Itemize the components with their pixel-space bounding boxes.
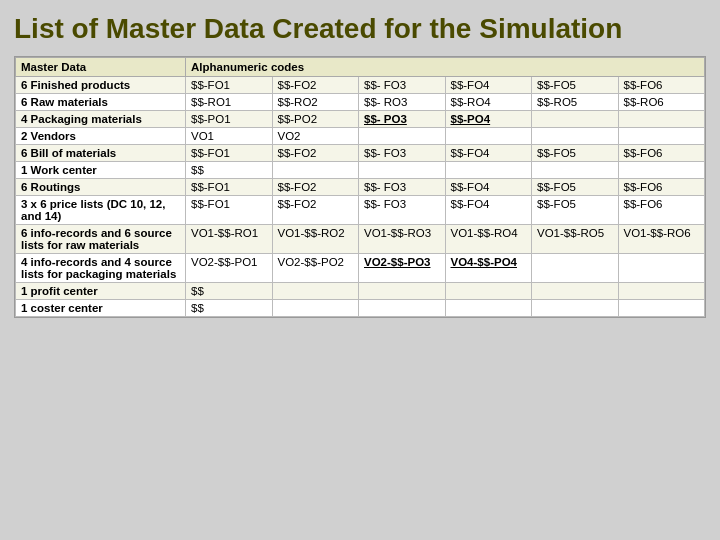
row-cell — [445, 161, 532, 178]
row-cell — [618, 282, 705, 299]
col-header-master-data: Master Data — [16, 57, 186, 76]
table-row: 6 info-records and 6 source lists for ra… — [16, 224, 705, 253]
row-cell — [445, 127, 532, 144]
master-data-table: Master Data Alphanumeric codes 6 Finishe… — [15, 57, 705, 317]
row-cell: VO1-$$-RO2 — [272, 224, 359, 253]
row-cell — [532, 282, 619, 299]
row-cell: VO2-$$-PO1 — [186, 253, 273, 282]
row-cell — [272, 282, 359, 299]
row-label: 6 Bill of materials — [16, 144, 186, 161]
row-label: 4 info-records and 4 source lists for pa… — [16, 253, 186, 282]
row-label: 2 Vendors — [16, 127, 186, 144]
row-cell: $$-RO4 — [445, 93, 532, 110]
row-cell: $$-FO2 — [272, 144, 359, 161]
row-cell: $$-PO2 — [272, 110, 359, 127]
row-cell: $$- PO3 — [359, 110, 446, 127]
row-cell: $$-FO4 — [445, 195, 532, 224]
row-cell — [618, 110, 705, 127]
row-cell: $$-FO1 — [186, 195, 273, 224]
row-cell — [532, 110, 619, 127]
table-row: 3 x 6 price lists (DC 10, 12, and 14)$$-… — [16, 195, 705, 224]
row-label: 6 Routings — [16, 178, 186, 195]
row-label: 3 x 6 price lists (DC 10, 12, and 14) — [16, 195, 186, 224]
row-cell — [532, 161, 619, 178]
row-cell: $$-FO1 — [186, 144, 273, 161]
row-cell: $$-RO6 — [618, 93, 705, 110]
row-cell — [618, 253, 705, 282]
table-row: 6 Raw materials$$-RO1$$-RO2$$- RO3$$-RO4… — [16, 93, 705, 110]
table-row: 4 info-records and 4 source lists for pa… — [16, 253, 705, 282]
row-cell: $$- FO3 — [359, 76, 446, 93]
row-cell: $$-FO5 — [532, 76, 619, 93]
row-cell — [532, 299, 619, 316]
row-cell: $$-FO1 — [186, 76, 273, 93]
table-row: 4 Packaging materials$$-PO1$$-PO2$$- PO3… — [16, 110, 705, 127]
row-label: 1 profit center — [16, 282, 186, 299]
row-cell: VO2 — [272, 127, 359, 144]
row-cell: VO1-$$-RO5 — [532, 224, 619, 253]
row-cell: VO4-$$-PO4 — [445, 253, 532, 282]
row-cell: $$-FO5 — [532, 178, 619, 195]
row-cell — [618, 127, 705, 144]
row-cell: $$- FO3 — [359, 178, 446, 195]
row-cell: $$-PO1 — [186, 110, 273, 127]
table-row: 1 Work center$$ — [16, 161, 705, 178]
row-cell: $$-RO5 — [532, 93, 619, 110]
row-cell: $$-FO4 — [445, 144, 532, 161]
row-cell: $$-FO6 — [618, 178, 705, 195]
row-label: 6 info-records and 6 source lists for ra… — [16, 224, 186, 253]
row-cell — [272, 299, 359, 316]
table-row: 1 coster center$$ — [16, 299, 705, 316]
row-cell: $$-FO2 — [272, 178, 359, 195]
row-cell: $$-FO6 — [618, 195, 705, 224]
row-cell: $$-PO4 — [445, 110, 532, 127]
row-cell: VO2-$$-PO2 — [272, 253, 359, 282]
row-cell: $$-FO4 — [445, 76, 532, 93]
row-cell: $$- RO3 — [359, 93, 446, 110]
row-cell: $$-FO5 — [532, 144, 619, 161]
row-cell: VO1-$$-RO3 — [359, 224, 446, 253]
table-row: 1 profit center$$ — [16, 282, 705, 299]
row-cell — [359, 282, 446, 299]
row-cell: $$-FO4 — [445, 178, 532, 195]
table-row: 6 Finished products$$-FO1$$-FO2$$- FO3$$… — [16, 76, 705, 93]
page: List of Master Data Created for the Simu… — [0, 0, 720, 540]
table-header: Master Data Alphanumeric codes — [16, 57, 705, 76]
row-cell: $$-FO5 — [532, 195, 619, 224]
page-title: List of Master Data Created for the Simu… — [14, 12, 706, 46]
row-cell: $$-FO2 — [272, 195, 359, 224]
row-cell: VO1-$$-RO1 — [186, 224, 273, 253]
table-body: 6 Finished products$$-FO1$$-FO2$$- FO3$$… — [16, 76, 705, 316]
row-cell: $$- FO3 — [359, 144, 446, 161]
col-header-alphanumeric: Alphanumeric codes — [186, 57, 705, 76]
master-data-table-wrapper: Master Data Alphanumeric codes 6 Finishe… — [14, 56, 706, 318]
row-label: 1 coster center — [16, 299, 186, 316]
row-cell: $$ — [186, 299, 273, 316]
row-cell — [618, 161, 705, 178]
row-cell: VO2-$$-PO3 — [359, 253, 446, 282]
row-label: 4 Packaging materials — [16, 110, 186, 127]
row-label: 6 Raw materials — [16, 93, 186, 110]
table-row: 6 Routings$$-FO1$$-FO2$$- FO3$$-FO4$$-FO… — [16, 178, 705, 195]
row-cell — [359, 127, 446, 144]
row-cell: $$-RO2 — [272, 93, 359, 110]
row-cell — [532, 253, 619, 282]
row-label: 6 Finished products — [16, 76, 186, 93]
row-cell — [359, 161, 446, 178]
row-cell: VO1-$$-RO4 — [445, 224, 532, 253]
table-row: 2 VendorsVO1VO2 — [16, 127, 705, 144]
row-cell — [272, 161, 359, 178]
row-cell: $$ — [186, 161, 273, 178]
row-cell: $$-FO1 — [186, 178, 273, 195]
row-cell: $$ — [186, 282, 273, 299]
row-cell — [359, 299, 446, 316]
row-label: 1 Work center — [16, 161, 186, 178]
row-cell: $$-FO6 — [618, 144, 705, 161]
table-row: 6 Bill of materials$$-FO1$$-FO2$$- FO3$$… — [16, 144, 705, 161]
row-cell: $$-RO1 — [186, 93, 273, 110]
row-cell: VO1 — [186, 127, 273, 144]
row-cell: $$- FO3 — [359, 195, 446, 224]
row-cell: $$-FO6 — [618, 76, 705, 93]
row-cell — [532, 127, 619, 144]
row-cell — [445, 282, 532, 299]
